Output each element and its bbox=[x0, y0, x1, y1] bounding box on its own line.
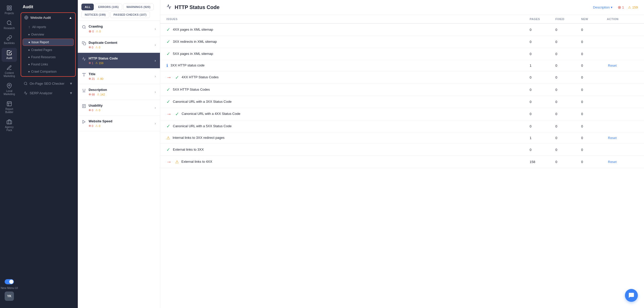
svg-rect-2 bbox=[7, 8, 9, 10]
duplicate-errors: ⊗ 0 bbox=[89, 46, 93, 49]
fixed-cell: 0 bbox=[555, 75, 581, 79]
new-cell: 0 bbox=[581, 148, 607, 152]
category-usability[interactable]: Usability ⊗ 0 ⚠ 0 › bbox=[78, 100, 160, 116]
issue-text: Canonical URL with a 4XX Status Code bbox=[182, 112, 240, 116]
usability-warnings: ⚠ 0 bbox=[95, 108, 100, 112]
error-circle-icon: ⊗ bbox=[618, 5, 621, 10]
category-duplicate-content[interactable]: Duplicate Content ⊗ 0 ⚠ 0 › bbox=[78, 37, 160, 53]
sidebar-item-all-reports[interactable]: ↑ All reports bbox=[21, 23, 75, 31]
error-circle-icon: ⊗ bbox=[89, 108, 91, 112]
sidebar-item-on-page-seo[interactable]: On-Page SEO Checker ▼ bbox=[21, 79, 76, 88]
tab-errors[interactable]: ERRORS (105) bbox=[95, 4, 122, 10]
issue-cell: ✓ External links to 3XX bbox=[166, 147, 530, 152]
category-http-status-code[interactable]: HTTP Status Code ⊗ 1 ⚠ 159 › bbox=[78, 53, 160, 69]
description-category-title: Description bbox=[89, 88, 107, 92]
description-stats: ⊗ 68 ⚠ 142 bbox=[89, 93, 107, 96]
website-audit-section: Website Audit ▲ ↑ All reports Overview I… bbox=[21, 12, 76, 77]
pages-cell: 0 bbox=[530, 88, 555, 92]
pages-cell: 0 bbox=[530, 148, 555, 152]
nav-local-marketing[interactable]: Local Marketing bbox=[2, 81, 17, 98]
sidebar-item-issue-report[interactable]: Issue Report bbox=[23, 39, 74, 46]
nav-content-marketing[interactable]: Content Marketing bbox=[2, 63, 17, 80]
sidebar-item-crawl-comparison[interactable]: Crawl Comparison bbox=[21, 68, 75, 75]
tab-passed[interactable]: PASSED CHECKS (107) bbox=[110, 11, 150, 18]
error-circle-icon: ⊗ bbox=[89, 93, 91, 96]
found-links-label: Found Links bbox=[31, 63, 48, 66]
nav-research[interactable]: Research bbox=[2, 18, 17, 32]
nav-report-builder[interactable]: Report Builder bbox=[2, 99, 17, 116]
website-audit-header[interactable]: Website Audit ▲ bbox=[21, 13, 75, 22]
nav-projects[interactable]: Projects bbox=[2, 3, 17, 17]
issue-cell: ✓ 5XX pages in XML sitemap bbox=[166, 51, 530, 57]
table-row: ✓ 3XX redirects in XML sitemap 0 0 0 bbox=[160, 36, 644, 48]
new-cell: 0 bbox=[581, 124, 607, 128]
header-new: NEW bbox=[581, 18, 607, 21]
nav-backlinks-label: Backlinks bbox=[4, 42, 15, 45]
reset-button[interactable]: Reset bbox=[607, 159, 618, 164]
category-title[interactable]: Title ⊗ 21 ⚠ 80 › bbox=[78, 69, 160, 84]
reset-button[interactable]: Reset bbox=[607, 135, 618, 140]
copy-icon bbox=[82, 41, 86, 46]
category-crawling[interactable]: Crawling ⊗ 0 ⚠ 0 › bbox=[78, 21, 160, 37]
usability-errors: ⊗ 0 bbox=[89, 108, 93, 112]
sidebar-item-found-links[interactable]: Found Links bbox=[21, 61, 75, 68]
fixed-cell: 0 bbox=[555, 148, 581, 152]
toggle-label: New Menu UI bbox=[1, 286, 18, 289]
table-row: ✓ External links to 3XX 0 0 0 bbox=[160, 144, 644, 156]
issue-cell: ℹ 3XX HTTP status code bbox=[166, 63, 530, 68]
nav-backlinks[interactable]: Backlinks bbox=[2, 33, 17, 47]
passed-icon: ✓ bbox=[166, 27, 170, 32]
chevron-down-icon: ▼ bbox=[69, 91, 73, 95]
usability-title: Usability bbox=[89, 104, 103, 107]
fixed-cell: 0 bbox=[555, 40, 581, 44]
tab-notices[interactable]: NOTICES (199) bbox=[81, 11, 109, 18]
table-row: →✓ Canonical URL with a 4XX Status Code … bbox=[160, 108, 644, 120]
nav-agency-pack[interactable]: Agency Pack bbox=[2, 117, 17, 134]
new-cell: 0 bbox=[581, 28, 607, 32]
user-avatar[interactable]: YK bbox=[5, 292, 14, 301]
arrow-right-icon: → bbox=[166, 159, 172, 165]
chat-button[interactable] bbox=[625, 289, 638, 302]
fixed-cell: 0 bbox=[555, 100, 581, 104]
nav-audit[interactable]: Audit bbox=[2, 48, 17, 62]
fixed-cell: 0 bbox=[555, 28, 581, 32]
sidebar-item-crawled-pages[interactable]: Crawled Pages bbox=[21, 46, 75, 54]
pages-cell: 0 bbox=[530, 40, 555, 44]
reset-button[interactable]: Reset bbox=[607, 63, 618, 68]
nav-local-marketing-label: Local Marketing bbox=[3, 90, 16, 96]
header-pages: PAGES bbox=[530, 18, 555, 21]
fixed-cell: 0 bbox=[555, 64, 581, 67]
category-website-speed[interactable]: Website Speed ⊗ 0 ⚠ 0 › bbox=[78, 116, 160, 131]
category-description[interactable]: Description ⊗ 68 ⚠ 142 › bbox=[78, 84, 160, 100]
on-page-seo-label: On-Page SEO Checker bbox=[30, 82, 64, 85]
nav-audit-label: Audit bbox=[6, 57, 12, 60]
fixed-cell: 0 bbox=[555, 88, 581, 92]
chevron-right-icon: › bbox=[155, 27, 156, 31]
new-cell: 0 bbox=[581, 100, 607, 104]
duplicate-content-stats: ⊗ 0 ⚠ 0 bbox=[89, 46, 117, 49]
description-button[interactable]: Description ▾ bbox=[591, 4, 615, 10]
description-warnings: ⚠ 142 bbox=[97, 93, 105, 96]
new-cell: 0 bbox=[581, 160, 607, 164]
sidebar-item-serp-analyzer[interactable]: SERP Analyzer ▼ bbox=[21, 89, 76, 97]
pages-cell: 0 bbox=[530, 124, 555, 128]
issue-report-label: Issue Report bbox=[31, 40, 49, 44]
svg-point-10 bbox=[82, 25, 85, 28]
new-menu-toggle[interactable] bbox=[5, 279, 14, 284]
crawl-comparison-label: Crawl Comparison bbox=[31, 70, 57, 73]
sidebar-item-found-resources[interactable]: Found Resources bbox=[21, 54, 75, 61]
description-btn-label: Description bbox=[593, 5, 610, 9]
header-fixed: FIXED bbox=[555, 18, 581, 21]
action-cell: Reset bbox=[607, 159, 638, 164]
sidebar-item-overview[interactable]: Overview bbox=[21, 31, 75, 38]
new-cell: 0 bbox=[581, 40, 607, 44]
tab-all[interactable]: ALL bbox=[81, 4, 94, 10]
title-icon bbox=[82, 73, 86, 78]
header-stats: ⊗ 1 ⚠ 159 bbox=[618, 5, 638, 10]
tab-warnings[interactable]: WARNINGS (920) bbox=[123, 4, 154, 10]
table-row: ✓ 5XX HTTP Status Codes 0 0 0 bbox=[160, 84, 644, 96]
error-circle-icon: ⊗ bbox=[89, 61, 91, 65]
overview-label: Overview bbox=[31, 33, 44, 36]
warning-triangle-icon: ⚠ bbox=[97, 77, 99, 80]
search-icon bbox=[82, 25, 86, 30]
